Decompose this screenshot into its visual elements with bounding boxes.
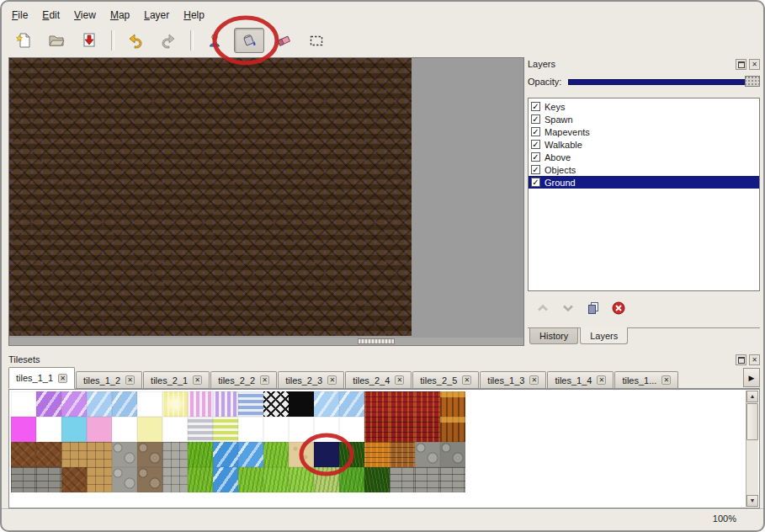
lower-layer-button[interactable] bbox=[560, 300, 576, 317]
palette-tile-r1-c2[interactable] bbox=[61, 417, 87, 442]
duplicate-layer-button[interactable] bbox=[585, 300, 602, 317]
palette-tile-r1-c13[interactable] bbox=[339, 417, 364, 442]
palette-tile-r2-c13[interactable] bbox=[339, 442, 364, 467]
menu-item-map[interactable]: Map bbox=[110, 9, 130, 21]
palette-tile-r1-c3[interactable] bbox=[87, 417, 112, 442]
palette-tile-r1-c9[interactable] bbox=[238, 417, 263, 442]
palette-tile-r2-c3[interactable] bbox=[87, 442, 112, 467]
menu-item-view[interactable]: View bbox=[74, 9, 96, 21]
palette-tile-r3-c5[interactable] bbox=[137, 467, 162, 492]
tileset-tab-tiles-1-3[interactable]: tiles_1_3✕ bbox=[480, 371, 546, 389]
palette-tile-r0-c17[interactable] bbox=[440, 391, 465, 417]
undo-button[interactable] bbox=[122, 28, 149, 53]
tab-close-icon[interactable]: ✕ bbox=[395, 375, 404, 385]
panel-tab-layers[interactable]: Layers bbox=[580, 327, 628, 344]
palette-tile-r0-c7[interactable] bbox=[188, 391, 213, 417]
palette-tile-r3-c1[interactable] bbox=[36, 467, 61, 492]
tileset-tab-tiles-2-2[interactable]: tiles_2_2✕ bbox=[210, 371, 277, 389]
close-panel-icon[interactable]: ✕ bbox=[749, 354, 760, 365]
palette-tile-r3-c9[interactable] bbox=[238, 467, 263, 492]
layer-row-above[interactable]: ✓Above bbox=[529, 151, 759, 163]
palette-tile-r1-c12[interactable] bbox=[314, 417, 339, 442]
tab-scroll-right-button[interactable]: ▶ bbox=[743, 368, 760, 387]
menu-item-layer[interactable]: Layer bbox=[144, 9, 169, 21]
palette-tile-r2-c15[interactable] bbox=[390, 442, 415, 467]
layer-row-ground[interactable]: ✓Ground bbox=[529, 176, 759, 189]
palette-tile-r2-c10[interactable] bbox=[263, 442, 289, 467]
palette-tile-r0-c1[interactable] bbox=[36, 391, 61, 417]
layer-visibility-checkbox[interactable]: ✓ bbox=[531, 178, 540, 187]
palette-tile-r3-c8[interactable] bbox=[213, 467, 238, 492]
menu-item-file[interactable]: File bbox=[12, 9, 28, 21]
canvas-horizontal-scrollbar[interactable] bbox=[9, 338, 523, 345]
tab-close-icon[interactable]: ✕ bbox=[529, 375, 539, 385]
palette-tile-r1-c8[interactable] bbox=[213, 417, 238, 442]
layer-row-keys[interactable]: ✓Keys bbox=[529, 100, 759, 113]
menu-item-edit[interactable]: Edit bbox=[42, 9, 60, 21]
palette-tile-r0-c5[interactable] bbox=[137, 391, 162, 417]
palette-tile-r0-c8[interactable] bbox=[213, 391, 238, 417]
tab-close-icon[interactable]: ✕ bbox=[661, 375, 671, 385]
opacity-slider[interactable] bbox=[568, 76, 760, 88]
eraser-tool-button[interactable] bbox=[270, 28, 297, 53]
open-button[interactable] bbox=[43, 28, 70, 53]
float-panel-icon[interactable] bbox=[736, 354, 746, 365]
palette-tile-r0-c9[interactable] bbox=[238, 391, 263, 417]
tab-close-icon[interactable]: ✕ bbox=[327, 375, 337, 385]
character-tool-button[interactable] bbox=[201, 28, 228, 53]
scroll-up-icon[interactable]: ▲ bbox=[746, 391, 758, 402]
palette-tile-r3-c0[interactable] bbox=[11, 467, 36, 492]
palette-tile-r2-c16[interactable] bbox=[415, 442, 440, 467]
tileset-tab-tiles-2-1[interactable]: tiles_2_1✕ bbox=[143, 371, 210, 389]
palette-tile-r0-c15[interactable] bbox=[390, 391, 415, 417]
tileset-tab-tiles-1-4[interactable]: tiles_1_4✕ bbox=[547, 371, 614, 389]
palette-tile-r3-c16[interactable] bbox=[415, 467, 440, 492]
palette-vertical-scrollbar[interactable]: ▲ ▼ bbox=[746, 391, 758, 507]
horizontal-scrollbar-thumb[interactable] bbox=[358, 338, 395, 344]
palette-tile-r0-c6[interactable] bbox=[162, 391, 188, 417]
scroll-down-icon[interactable]: ▼ bbox=[746, 495, 758, 507]
palette-tile-r2-c8[interactable] bbox=[213, 442, 238, 467]
close-panel-icon[interactable]: ✕ bbox=[749, 59, 760, 70]
tab-close-icon[interactable]: ✕ bbox=[125, 375, 135, 385]
layer-row-walkable[interactable]: ✓Walkable bbox=[529, 138, 759, 151]
fill-tool-button[interactable] bbox=[234, 28, 264, 53]
layer-visibility-checkbox[interactable]: ✓ bbox=[531, 152, 540, 162]
palette-tile-r2-c11[interactable] bbox=[289, 442, 314, 467]
palette-tile-r2-c12[interactable] bbox=[314, 442, 339, 467]
vertical-scrollbar-thumb[interactable] bbox=[746, 403, 758, 440]
palette-tile-r3-c10[interactable] bbox=[263, 467, 289, 492]
palette-tile-r2-c14[interactable] bbox=[364, 442, 390, 467]
palette-tile-r3-c14[interactable] bbox=[364, 467, 390, 492]
tab-close-icon[interactable]: ✕ bbox=[193, 375, 202, 385]
palette-tile-r1-c4[interactable] bbox=[112, 417, 137, 442]
opacity-slider-handle[interactable] bbox=[745, 76, 760, 87]
tileset-tab-tiles-1-[interactable]: tiles_1...✕ bbox=[614, 371, 678, 389]
palette-tile-r1-c5[interactable] bbox=[137, 417, 162, 442]
palette-tile-r3-c15[interactable] bbox=[390, 467, 415, 492]
palette-tile-r3-c12[interactable] bbox=[314, 467, 339, 492]
map-canvas[interactable] bbox=[9, 58, 412, 336]
palette-tile-r0-c10[interactable] bbox=[263, 391, 289, 417]
layer-row-spawn[interactable]: ✓Spawn bbox=[529, 113, 759, 125]
redo-button[interactable] bbox=[155, 28, 182, 53]
palette-tile-r1-c15[interactable] bbox=[390, 417, 415, 442]
palette-tile-r0-c0[interactable] bbox=[11, 391, 36, 417]
tileset-tab-tiles-2-5[interactable]: tiles_2_5✕ bbox=[412, 371, 479, 389]
palette-tile-r2-c0[interactable] bbox=[11, 442, 36, 467]
layer-visibility-checkbox[interactable]: ✓ bbox=[531, 140, 540, 149]
palette-tile-r2-c5[interactable] bbox=[137, 442, 162, 467]
palette-tile-r1-c1[interactable] bbox=[36, 417, 61, 442]
float-panel-icon[interactable] bbox=[736, 59, 746, 70]
palette-tile-r0-c16[interactable] bbox=[415, 391, 440, 417]
palette-tile-r1-c0[interactable] bbox=[11, 417, 36, 442]
palette-tile-r3-c7[interactable] bbox=[188, 467, 213, 492]
palette-tile-r1-c16[interactable] bbox=[415, 417, 440, 442]
palette-tile-r0-c14[interactable] bbox=[364, 391, 390, 417]
palette-tile-r1-c14[interactable] bbox=[364, 417, 390, 442]
palette-tile-r0-c2[interactable] bbox=[61, 391, 87, 417]
palette-tile-r2-c1[interactable] bbox=[36, 442, 61, 467]
tab-close-icon[interactable]: ✕ bbox=[462, 375, 471, 385]
delete-layer-button[interactable] bbox=[610, 300, 627, 317]
tileset-tab-tiles-1-1[interactable]: tiles_1_1✕ bbox=[8, 367, 75, 389]
